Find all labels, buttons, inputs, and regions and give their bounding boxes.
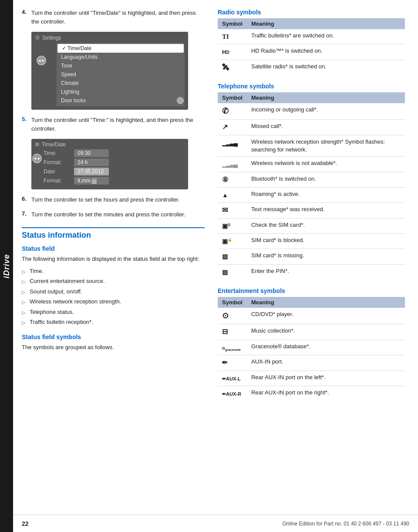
timedate-screenshot: ⚙ Time/Date ◄► Time: 09:30 Format: [31,139,188,189]
bullet-wireless: ▷ Wireless network reception strength. [22,297,205,306]
entertainment-section-title: Entertainment symbols [218,287,405,294]
table-row: ✉ Text message* was received. [218,203,405,218]
tel-sym-roaming: ▲ [218,187,247,202]
page-number: 22 [22,520,29,527]
footer: 22 Online Edition for Part no. 01 40 2 6… [13,515,418,532]
step-4-text: Turn the controller until "Time/Date" is… [31,9,205,26]
step-5: 5. Turn the controller until "Time:" is … [22,116,205,133]
bullet-ent-text: Current entertainment source. [30,277,105,286]
tel-sym-signal: ▁▂▃▄ [218,135,247,156]
ent-meaning-gracenote: Gracenote® database*. [247,340,405,355]
bullet-traffic-text: Traffic bulletin reception*. [30,318,93,327]
ent-sym-cd: ⊙ [218,308,247,324]
step-6-number: 6. [22,195,31,204]
ent-sym-music: ⊟ [218,324,247,340]
radio-meaning-ti: Traffic bulletins* are switched on. [247,29,405,44]
bullet-arrow-time: ▷ [22,268,27,276]
ent-sym-aux: ✏ [218,355,247,370]
tel-meaning-simblocked: SIM card* is blocked. [247,234,405,249]
radio-sym-ti: TI [218,29,247,44]
tel-sym-simmiss: ▧ [218,249,247,264]
step-4: 4. Turn the controller until "Time/Date"… [22,9,205,26]
footer-text: Online Edition for Part no. 01 40 2 606 … [282,521,409,527]
step-6-text: Turn the controller to set the hours and… [31,195,205,204]
settings-title: Settings [42,35,61,41]
radio-sym-sat: 🛰 [218,60,247,75]
bullet-arrow-ent: ▷ [22,278,27,286]
table-row: 🛰 Satellite radio* is switched on. [218,60,405,75]
step-5-text: Turn the controller until "Time:" is hig… [31,116,205,133]
table-row: ▣Q Check the SIM card*. [218,218,405,233]
timedate-fields: ◄► Time: 09:30 Format: 24 h Date: 27.05.… [44,149,185,185]
table-row: ▲ Roaming* is active. [218,187,405,202]
idrive-tab: iDrive [0,0,13,532]
tel-sym-pin: ▨ [218,264,247,279]
table-row: ▨ Enter the PIN*. [218,264,405,279]
bullet-traffic: ▷ Traffic bulletin reception*. [22,318,205,327]
bullet-telephone: ▷ Telephone status. [22,308,205,317]
status-bullet-list: ▷ Time. ▷ Current entertainment source. … [22,267,205,327]
tel-sym-missed: ↗ [218,120,247,135]
table-row: ▧ SIM card* is missing. [218,249,405,264]
ent-meaning-music: Music collection*. [247,324,405,340]
tel-sym-phone: ✆ [218,103,247,120]
table-row: Ggracenote Gracenote® database*. [218,340,405,355]
field-time: Time: 09:30 [44,149,185,157]
table-row: ⊟ Music collection*. [218,324,405,340]
bullet-arrow-tel: ▷ [22,309,27,317]
settings-menu: ✓ Time/Date Language/Units Tone Speed Cl… [57,43,185,106]
step-5-number: 5. [22,116,31,133]
bullet-time: ▷ Time. [22,267,205,276]
tel-sym-msg: ✉ [218,203,247,218]
ent-meaning-auxr: Rear AUX-IN port on the right*. [247,386,405,401]
table-row: TI Traffic bulletins* are switched on. [218,29,405,44]
tel-col-meaning: Meaning [247,92,405,103]
tel-sym-simblocked: ▣🔒 [218,234,247,249]
menu-item-climate: Climate [57,79,185,88]
settings-screenshot: ⚙ Settings ◄► ✓ Time/Date Language/Units… [31,32,188,110]
bullet-entertainment: ▷ Current entertainment source. [22,277,205,286]
field-format1: Format: 24 h [44,158,185,166]
table-row: ✏AUX-L Rear AUX-IN port on the left*. [218,370,405,386]
ent-col-meaning: Meaning [247,297,405,308]
telephone-symbol-table: Symbol Meaning ✆ Incoming or outgoing ca… [218,92,405,279]
menu-item-tone: Tone [57,61,185,70]
tel-meaning-simmiss: SIM card* is missing. [247,249,405,264]
tel-meaning-phone: Incoming or outgoing call*. [247,103,405,120]
radio-meaning-sat: Satellite radio* is switched on. [247,60,405,75]
timedate-icon: ⚙ [35,141,40,148]
step-4-number: 4. [22,9,31,26]
timedate-title-bar: ⚙ Time/Date [35,141,185,148]
entertainment-symbol-table: Symbol Meaning ⊙ CD/DVD* player. ⊟ Music… [218,297,405,401]
table-row: ↗ Missed call*. [218,120,405,135]
radio-section-title: Radio symbols [218,9,405,16]
tel-meaning-signal: Wireless network reception strength* Sym… [247,135,405,156]
step-7-number: 7. [22,210,31,219]
table-row: ✏ AUX-IN port. [218,355,405,370]
ent-sym-auxr: ✏AUX-R [218,386,247,401]
settings-title-bar: ⚙ Settings [35,34,185,41]
menu-item-timedate: ✓ Time/Date [57,44,184,53]
table-row: ▁▂▃▄ Wireless network is not available*. [218,157,405,172]
bullet-arrow-traffic: ▷ [22,319,27,327]
tel-meaning-missed: Missed call*. [247,120,405,135]
ent-sym-gracenote: Ggracenote [218,340,247,355]
radio-col-symbol: Symbol [218,18,247,29]
radio-symbol-table: Symbol Meaning TI Traffic bulletins* are… [218,18,405,75]
table-row: ▣🔒 SIM card* is blocked. [218,234,405,249]
field-format2: Format: tt.mm.jjjj [44,177,185,185]
gear-icon: ⚙ [35,34,40,41]
menu-item-speed: Speed [57,70,185,79]
radio-sym-hd: HD [218,44,247,60]
timedate-title: Time/Date [42,141,66,148]
tel-meaning-signal-na: Wireless network is not available*. [247,157,405,172]
table-row: ✏AUX-R Rear AUX-IN port on the right*. [218,386,405,401]
table-row: ✆ Incoming or outgoing call*. [218,103,405,120]
table-row: ▁▂▃▄ Wireless network reception strength… [218,135,405,156]
bullet-time-text: Time. [30,267,44,276]
status-symbols-title: Status field symbols [22,333,205,340]
tel-sym-simcheck: ▣Q [218,218,247,233]
bullet-sound: ▷ Sound output, on/off. [22,287,205,296]
left-column: 4. Turn the controller until "Time/Date"… [13,9,213,409]
field-date: Date: 27.05.2012 [44,168,185,175]
